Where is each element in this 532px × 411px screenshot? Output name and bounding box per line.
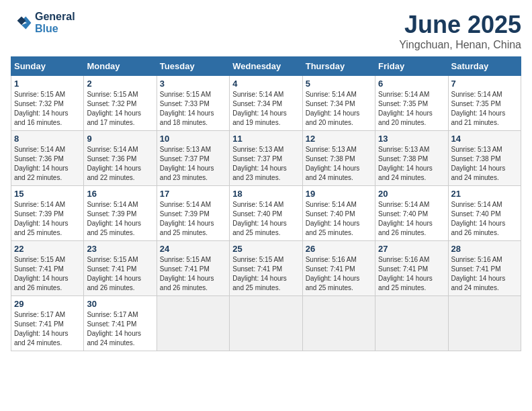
- page-header: General Blue June 2025 Yingchuan, Henan,…: [11, 11, 521, 51]
- day-number: 5: [306, 79, 372, 89]
- day-info: Sunrise: 5:14 AM Sunset: 7:34 PM Dayligh…: [232, 90, 299, 128]
- calendar-cell: 11Sunrise: 5:13 AM Sunset: 7:37 PM Dayli…: [230, 131, 302, 186]
- day-number: 30: [87, 299, 153, 309]
- calendar-cell: 19Sunrise: 5:14 AM Sunset: 7:40 PM Dayli…: [302, 186, 375, 241]
- calendar-cell: [302, 296, 375, 351]
- day-info: Sunrise: 5:14 AM Sunset: 7:35 PM Dayligh…: [378, 90, 445, 128]
- calendar-cell: [448, 296, 521, 351]
- day-info: Sunrise: 5:14 AM Sunset: 7:39 PM Dayligh…: [160, 200, 226, 238]
- day-number: 22: [14, 244, 81, 254]
- day-of-week-sunday: Sunday: [11, 57, 84, 76]
- day-info: Sunrise: 5:15 AM Sunset: 7:41 PM Dayligh…: [160, 255, 226, 293]
- day-info: Sunrise: 5:13 AM Sunset: 7:37 PM Dayligh…: [160, 145, 226, 183]
- svg-marker-1: [17, 16, 26, 25]
- day-number: 17: [160, 189, 226, 199]
- calendar-cell: 24Sunrise: 5:15 AM Sunset: 7:41 PM Dayli…: [157, 241, 229, 296]
- day-number: 18: [232, 189, 299, 199]
- day-number: 7: [451, 79, 518, 89]
- calendar-cell: 23Sunrise: 5:15 AM Sunset: 7:41 PM Dayli…: [84, 241, 157, 296]
- calendar-cell: 22Sunrise: 5:15 AM Sunset: 7:41 PM Dayli…: [11, 241, 84, 296]
- day-info: Sunrise: 5:13 AM Sunset: 7:38 PM Dayligh…: [378, 145, 445, 183]
- calendar-cell: 28Sunrise: 5:16 AM Sunset: 7:41 PM Dayli…: [448, 241, 521, 296]
- calendar-cell: 30Sunrise: 5:17 AM Sunset: 7:41 PM Dayli…: [84, 296, 157, 351]
- day-info: Sunrise: 5:14 AM Sunset: 7:36 PM Dayligh…: [87, 145, 153, 183]
- calendar-table: SundayMondayTuesdayWednesdayThursdayFrid…: [11, 56, 521, 351]
- calendar-cell: [230, 296, 302, 351]
- day-number: 14: [451, 134, 518, 144]
- calendar-cell: 9Sunrise: 5:14 AM Sunset: 7:36 PM Daylig…: [84, 131, 157, 186]
- calendar-cell: 27Sunrise: 5:16 AM Sunset: 7:41 PM Dayli…: [375, 241, 448, 296]
- calendar-row: 15Sunrise: 5:14 AM Sunset: 7:39 PM Dayli…: [11, 186, 521, 241]
- day-number: 2: [87, 79, 153, 89]
- logo: General Blue: [11, 11, 75, 35]
- day-of-week-wednesday: Wednesday: [230, 57, 302, 76]
- calendar-cell: 5Sunrise: 5:14 AM Sunset: 7:34 PM Daylig…: [302, 76, 375, 131]
- day-info: Sunrise: 5:14 AM Sunset: 7:40 PM Dayligh…: [451, 200, 518, 238]
- day-info: Sunrise: 5:14 AM Sunset: 7:39 PM Dayligh…: [87, 200, 153, 238]
- calendar-cell: 6Sunrise: 5:14 AM Sunset: 7:35 PM Daylig…: [375, 76, 448, 131]
- calendar-cell: 17Sunrise: 5:14 AM Sunset: 7:39 PM Dayli…: [157, 186, 229, 241]
- day-number: 19: [306, 189, 372, 199]
- day-number: 10: [160, 134, 226, 144]
- day-number: 16: [87, 189, 153, 199]
- day-of-week-friday: Friday: [375, 57, 448, 76]
- day-info: Sunrise: 5:15 AM Sunset: 7:41 PM Dayligh…: [14, 255, 81, 293]
- day-number: 6: [378, 79, 445, 89]
- day-info: Sunrise: 5:17 AM Sunset: 7:41 PM Dayligh…: [87, 310, 153, 348]
- calendar-cell: 26Sunrise: 5:16 AM Sunset: 7:41 PM Dayli…: [302, 241, 375, 296]
- day-info: Sunrise: 5:14 AM Sunset: 7:39 PM Dayligh…: [14, 200, 81, 238]
- day-info: Sunrise: 5:15 AM Sunset: 7:41 PM Dayligh…: [232, 255, 299, 293]
- calendar-subtitle: Yingchuan, Henan, China: [399, 39, 521, 51]
- calendar-row: 8Sunrise: 5:14 AM Sunset: 7:36 PM Daylig…: [11, 131, 521, 186]
- day-number: 29: [14, 299, 81, 309]
- calendar-cell: 20Sunrise: 5:14 AM Sunset: 7:40 PM Dayli…: [375, 186, 448, 241]
- calendar-cell: 4Sunrise: 5:14 AM Sunset: 7:34 PM Daylig…: [230, 76, 302, 131]
- calendar-cell: 2Sunrise: 5:15 AM Sunset: 7:32 PM Daylig…: [84, 76, 157, 131]
- day-of-week-monday: Monday: [84, 57, 157, 76]
- day-number: 23: [87, 244, 153, 254]
- logo-icon: [11, 12, 32, 34]
- day-number: 24: [160, 244, 226, 254]
- day-number: 8: [14, 134, 81, 144]
- day-info: Sunrise: 5:14 AM Sunset: 7:40 PM Dayligh…: [232, 200, 299, 238]
- calendar-row: 1Sunrise: 5:15 AM Sunset: 7:32 PM Daylig…: [11, 76, 521, 131]
- calendar-cell: 25Sunrise: 5:15 AM Sunset: 7:41 PM Dayli…: [230, 241, 302, 296]
- day-info: Sunrise: 5:14 AM Sunset: 7:40 PM Dayligh…: [378, 200, 445, 238]
- day-number: 11: [232, 134, 299, 144]
- day-number: 13: [378, 134, 445, 144]
- day-info: Sunrise: 5:14 AM Sunset: 7:35 PM Dayligh…: [451, 90, 518, 128]
- day-of-week-tuesday: Tuesday: [157, 57, 229, 76]
- day-number: 4: [232, 79, 299, 89]
- day-info: Sunrise: 5:17 AM Sunset: 7:41 PM Dayligh…: [14, 310, 81, 348]
- title-area: June 2025 Yingchuan, Henan, China: [399, 11, 521, 51]
- calendar-row: 29Sunrise: 5:17 AM Sunset: 7:41 PM Dayli…: [11, 296, 521, 351]
- calendar-cell: 18Sunrise: 5:14 AM Sunset: 7:40 PM Dayli…: [230, 186, 302, 241]
- day-number: 21: [451, 189, 518, 199]
- day-number: 25: [232, 244, 299, 254]
- day-info: Sunrise: 5:16 AM Sunset: 7:41 PM Dayligh…: [378, 255, 445, 293]
- calendar-cell: 10Sunrise: 5:13 AM Sunset: 7:37 PM Dayli…: [157, 131, 229, 186]
- day-number: 3: [160, 79, 226, 89]
- calendar-cell: 21Sunrise: 5:14 AM Sunset: 7:40 PM Dayli…: [448, 186, 521, 241]
- calendar-cell: 13Sunrise: 5:13 AM Sunset: 7:38 PM Dayli…: [375, 131, 448, 186]
- calendar-cell: 29Sunrise: 5:17 AM Sunset: 7:41 PM Dayli…: [11, 296, 84, 351]
- day-info: Sunrise: 5:15 AM Sunset: 7:41 PM Dayligh…: [87, 255, 153, 293]
- day-number: 26: [306, 244, 372, 254]
- day-info: Sunrise: 5:15 AM Sunset: 7:32 PM Dayligh…: [14, 90, 81, 128]
- day-number: 1: [14, 79, 81, 89]
- day-info: Sunrise: 5:13 AM Sunset: 7:37 PM Dayligh…: [232, 145, 299, 183]
- day-number: 9: [87, 134, 153, 144]
- calendar-cell: [375, 296, 448, 351]
- day-info: Sunrise: 5:14 AM Sunset: 7:36 PM Dayligh…: [14, 145, 81, 183]
- calendar-title: June 2025: [399, 11, 521, 39]
- day-of-week-thursday: Thursday: [302, 57, 375, 76]
- day-number: 15: [14, 189, 81, 199]
- calendar-row: 22Sunrise: 5:15 AM Sunset: 7:41 PM Dayli…: [11, 241, 521, 296]
- logo-text: General Blue: [35, 11, 75, 35]
- day-info: Sunrise: 5:15 AM Sunset: 7:33 PM Dayligh…: [160, 90, 226, 128]
- calendar-header-row: SundayMondayTuesdayWednesdayThursdayFrid…: [11, 57, 521, 76]
- day-info: Sunrise: 5:14 AM Sunset: 7:40 PM Dayligh…: [306, 200, 372, 238]
- day-number: 12: [306, 134, 372, 144]
- day-number: 20: [378, 189, 445, 199]
- day-info: Sunrise: 5:16 AM Sunset: 7:41 PM Dayligh…: [451, 255, 518, 293]
